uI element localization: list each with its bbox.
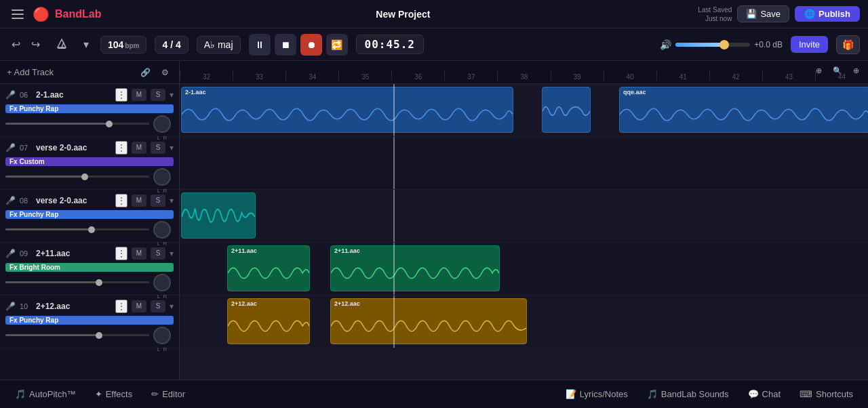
metronome-button[interactable]: [52, 37, 72, 53]
tracks-canvas: 2-1.aac qqe.aac: [180, 84, 868, 380]
pause-button[interactable]: ⏸: [249, 34, 271, 56]
track-row-top-10: 🎤 10 2+12.aac ⋮ M S ▾: [5, 300, 174, 313]
track-more-07[interactable]: ⋮: [115, 141, 127, 155]
editor-button[interactable]: ✏ Editor: [147, 386, 189, 402]
ruler-36: 36: [391, 70, 444, 81]
audio-clip-short-06[interactable]: [542, 87, 591, 133]
expand-btn-06[interactable]: ▾: [170, 90, 174, 100]
redo-button[interactable]: ↪: [28, 37, 43, 52]
track-name-08: verse 2-0.aac: [36, 196, 111, 205]
track-more-08[interactable]: ⋮: [115, 194, 127, 207]
svg-rect-1: [12, 14, 24, 15]
mute-btn-08[interactable]: M: [132, 195, 146, 207]
track-lane-10: 2+12.aac 2+12.aac: [180, 295, 868, 348]
audio-clip-2p12-2[interactable]: 2+12.aac: [330, 298, 527, 344]
hamburger-button[interactable]: [8, 8, 27, 20]
editor-icon: ✏: [151, 389, 159, 399]
zoom-out-icon[interactable]: 🔍: [829, 65, 846, 77]
ruler-34: 34: [285, 70, 338, 81]
mute-btn-10[interactable]: M: [132, 300, 146, 312]
track-more-10[interactable]: ⋮: [115, 300, 127, 313]
track-row-06: 🎤 06 2-1.aac ⋮ M S ▾ Fx Punchy Rap L R: [0, 84, 179, 137]
solo-btn-10[interactable]: S: [151, 300, 165, 312]
mic-icon-06: 🎤: [5, 90, 16, 100]
shortcuts-label: Shortcuts: [816, 389, 853, 399]
add-track-button[interactable]: + Add Track: [7, 67, 54, 77]
track-lane-09: 2+11.aac 2+11.aac: [180, 243, 868, 295]
bpm-display: 104bpm: [100, 36, 146, 54]
lyrics-label: Lyrics/Notes: [580, 389, 628, 399]
track-row-08: 🎤 08 verse 2-0.aac ⋮ M S ▾ Fx Punchy Rap…: [0, 190, 179, 243]
stop-button[interactable]: ⏹: [275, 34, 296, 56]
solo-btn-06[interactable]: S: [151, 89, 165, 101]
volume-knob[interactable]: [719, 40, 729, 49]
mute-btn-07[interactable]: M: [132, 142, 146, 154]
volume-slider[interactable]: [675, 43, 750, 47]
pan-knob-06[interactable]: [153, 115, 171, 133]
lyrics-button[interactable]: 📝 Lyrics/Notes: [561, 386, 632, 402]
track-more-06[interactable]: ⋮: [115, 88, 127, 102]
autopitch-button[interactable]: 🎵 AutoPitch™: [11, 386, 80, 402]
track-header-icons: 🔗 ⚙: [137, 66, 172, 79]
effects-label: Effects: [106, 389, 133, 399]
track-more-09[interactable]: ⋮: [115, 247, 127, 260]
pan-knob-09[interactable]: [153, 274, 171, 291]
expand-btn-09[interactable]: ▾: [170, 249, 174, 258]
track-row-09: 🎤 09 2+11.aac ⋮ M S ▾ Fx Bright Room L R: [0, 243, 179, 295]
chat-button[interactable]: 💬 Chat: [744, 386, 785, 402]
mute-btn-09[interactable]: M: [132, 247, 146, 260]
audio-clip-qqe[interactable]: qqe.aac: [619, 87, 868, 133]
app-name: BandLab: [55, 8, 101, 20]
audio-clip-2p12-1[interactable]: 2+12.aac: [227, 298, 310, 344]
volume-icon: 🔊: [660, 39, 671, 50]
audio-clip-verse-08[interactable]: [181, 192, 256, 239]
mic-icon-08: 🎤: [5, 196, 16, 205]
link-icon[interactable]: 🔗: [137, 66, 154, 79]
fader-09[interactable]: [5, 281, 149, 283]
shortcuts-icon: ⌨: [800, 389, 812, 399]
logo-icon: 🔴: [33, 6, 50, 22]
bandlab-sounds-label: BandLab Sounds: [661, 389, 729, 399]
pan-knob-07[interactable]: [153, 168, 171, 186]
main-area: + Add Track 🔗 ⚙ 🎤 06 2-1.aac ⋮ M S ▾ Fx …: [0, 61, 868, 380]
audio-clip-2p11-1[interactable]: 2+11.aac: [227, 245, 310, 291]
shortcuts-button[interactable]: ⌨ Shortcuts: [795, 386, 857, 402]
invite-button[interactable]: Invite: [791, 36, 828, 53]
pan-knob-08[interactable]: [153, 221, 171, 239]
snap-icon[interactable]: ⊕: [812, 65, 825, 77]
mute-btn-06[interactable]: M: [132, 89, 146, 101]
expand-btn-07[interactable]: ▾: [170, 143, 174, 152]
record-button[interactable]: ⏺: [300, 34, 322, 56]
solo-btn-09[interactable]: S: [151, 247, 165, 260]
publish-button[interactable]: 🌐 Publish: [795, 6, 860, 22]
playhead: [393, 84, 395, 136]
save-label: Save: [760, 9, 781, 19]
audio-clip-2-1-aac[interactable]: 2-1.aac: [181, 87, 513, 133]
gift-button[interactable]: 🎁: [836, 35, 860, 54]
metronome-dropdown[interactable]: ▾: [80, 37, 92, 52]
fader-08[interactable]: [5, 228, 149, 230]
effects-icon: ✦: [95, 389, 102, 399]
expand-btn-10[interactable]: ▾: [170, 302, 174, 311]
pan-knob-10[interactable]: [153, 327, 171, 344]
solo-btn-07[interactable]: S: [151, 142, 165, 154]
fx-tag-10: Fx Punchy Rap: [5, 316, 174, 325]
track-name-07: verse 2-0.aac: [36, 143, 111, 152]
settings-icon[interactable]: ⚙: [158, 66, 172, 79]
solo-btn-08[interactable]: S: [151, 195, 165, 207]
bandlab-sounds-button[interactable]: 🎵 BandLab Sounds: [643, 386, 733, 402]
ruler-40: 40: [604, 70, 656, 81]
undo-button[interactable]: ↩: [8, 37, 24, 52]
last-saved-label: Last Saved: [698, 5, 732, 14]
save-button[interactable]: 💾 Save: [737, 5, 789, 22]
expand-btn-08[interactable]: ▾: [170, 196, 174, 205]
logo-area: 🔴 BandLab: [8, 6, 101, 22]
ruler-42: 42: [709, 70, 762, 81]
loop-button[interactable]: 🔁: [326, 34, 348, 56]
audio-clip-2p11-2[interactable]: 2+11.aac: [330, 245, 500, 291]
effects-button[interactable]: ✦ Effects: [91, 386, 137, 402]
fader-10[interactable]: [5, 334, 149, 336]
zoom-in-icon[interactable]: ⊕: [850, 65, 863, 77]
fader-06[interactable]: [5, 123, 149, 125]
fader-07[interactable]: [5, 176, 149, 178]
